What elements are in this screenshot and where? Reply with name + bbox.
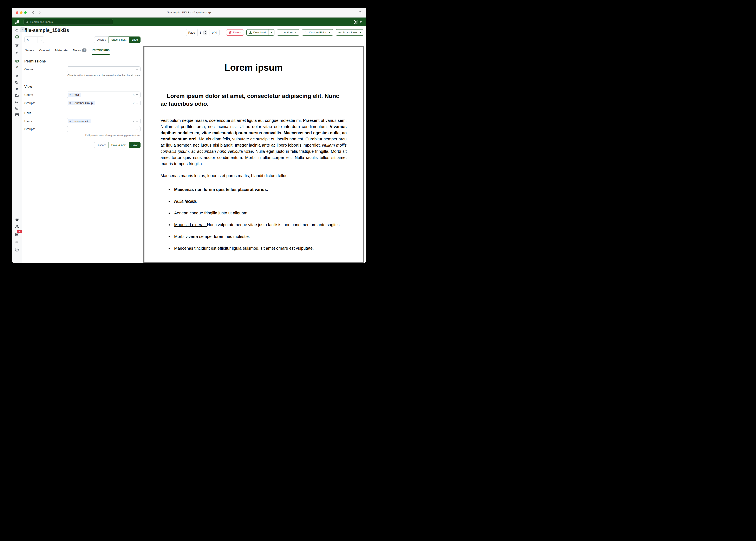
list-item: Maecenas non lorem quis tellus placerat … [172, 187, 347, 193]
users-groups-icon[interactable] [15, 225, 19, 229]
tab-details[interactable]: Details [25, 48, 34, 55]
tab-metadata[interactable]: Metadata [55, 48, 67, 55]
owner-help-text: Objects without an owner can be viewed a… [67, 74, 140, 77]
document-types-folder-icon[interactable] [15, 93, 19, 98]
tasks-icon[interactable]: 16 [15, 233, 19, 237]
trash-icon [229, 31, 232, 34]
asn-hash-icon[interactable]: # [15, 87, 19, 91]
page-label: Page [186, 29, 198, 36]
settings-gear-icon[interactable] [15, 217, 19, 221]
browser-back-icon[interactable] [32, 11, 34, 14]
paperless-logo-icon[interactable] [14, 19, 20, 25]
pdf-paragraph: Maecenas mauris lectus, lobortis et puru… [161, 173, 347, 179]
page-navigation-group: Page of 4 [186, 29, 220, 36]
owner-select[interactable] [67, 66, 141, 72]
document-title: file-sample_150kBs [24, 28, 141, 33]
storage-paths-icon[interactable] [15, 106, 19, 110]
pdf-page: Lorem ipsum Lorem ipsum dolor sit amet, … [144, 47, 363, 263]
download-icon [249, 31, 252, 34]
open-document-icon[interactable] [15, 59, 19, 63]
clear-select-icon[interactable]: ✕ [132, 93, 135, 96]
previous-document-button[interactable]: ← [31, 37, 38, 43]
list-item: Nulla facilisi. [172, 198, 347, 204]
page-number-input[interactable] [200, 31, 202, 34]
view-users-select[interactable]: × test ✕ [67, 92, 141, 98]
logs-icon[interactable] [15, 240, 19, 244]
pdf-paragraph: Vestibulum neque massa, scelerisque sit … [161, 117, 347, 167]
minimize-window-button[interactable] [20, 11, 22, 14]
download-split-button: Download [246, 29, 274, 36]
save-and-next-button[interactable]: Save & next [109, 142, 129, 148]
user-avatar-icon [353, 20, 358, 24]
save-actions-group-bottom: Discard Save & next Save [94, 142, 141, 148]
delete-button[interactable]: Delete [226, 29, 244, 36]
chevron-down-icon [136, 94, 138, 96]
actions-button[interactable]: ⋯ Actions [277, 29, 300, 36]
filter-views-icon[interactable] [15, 50, 19, 54]
documents-icon[interactable] [15, 35, 19, 39]
chevron-down-icon [136, 121, 138, 122]
download-button[interactable]: Download [246, 29, 268, 36]
clear-select-icon[interactable]: ✕ [132, 101, 135, 105]
save-and-next-button[interactable]: Save & next [109, 37, 129, 43]
list-item: Mauris id ex erat. Nunc vulputate neque … [172, 222, 347, 228]
pdf-title: Lorem ipsum [161, 62, 347, 73]
edit-groups-select[interactable] [67, 126, 141, 132]
edit-groups-label: Groups: [24, 127, 67, 131]
clear-select-icon[interactable]: ✕ [132, 120, 135, 123]
tab-permissions[interactable]: Permissions [92, 48, 110, 55]
download-options-button[interactable] [268, 29, 274, 36]
next-document-button[interactable]: → [38, 37, 44, 43]
browser-forward-icon[interactable] [38, 11, 41, 14]
search-icon [26, 21, 28, 24]
document-tabs: Details Content Metadata Notes5 Permissi… [25, 48, 140, 55]
document-nav-group: ✕ ← → [24, 37, 44, 43]
tags-icon[interactable] [15, 81, 19, 85]
chevron-down-icon [295, 32, 297, 33]
zoom-window-button[interactable] [24, 11, 27, 14]
remove-chip-icon[interactable]: × [68, 101, 72, 105]
remove-chip-icon[interactable]: × [68, 93, 72, 97]
filter-views-icon[interactable] [15, 44, 19, 48]
close-document-button[interactable]: ✕ [24, 37, 31, 43]
chevron-down-icon [360, 32, 361, 33]
save-button[interactable]: Save [129, 37, 141, 43]
selected-user-chip: × test [68, 93, 81, 97]
app-navbar [12, 18, 366, 26]
custom-fields-button[interactable]: Custom Fields [302, 29, 333, 36]
tasks-count-badge: 16 [17, 230, 22, 234]
save-button[interactable]: Save [129, 142, 141, 148]
remove-chip-icon[interactable]: × [68, 119, 72, 123]
edit-users-select[interactable]: × username2 ✕ [67, 118, 141, 124]
pdf-heading: Lorem ipsum dolor sit amet, consectetur … [161, 92, 347, 108]
discard-button[interactable]: Discard [94, 142, 109, 148]
close-document-icon[interactable]: ✕ [15, 65, 19, 70]
list-item: Maecenas tincidunt est efficitur ligula … [172, 245, 347, 251]
sidebar-expand-button[interactable]: » [20, 27, 25, 32]
home-icon[interactable] [15, 28, 19, 33]
user-menu[interactable] [353, 20, 362, 24]
list-item: Aenean congue fringilla justo ut aliquam… [172, 210, 347, 216]
view-groups-select[interactable]: × Another Group ✕ [67, 100, 141, 106]
selected-group-chip: × Another Group [68, 101, 95, 105]
chevron-down-icon [136, 69, 138, 70]
discard-button[interactable]: Discard [94, 37, 109, 43]
share-icon[interactable] [358, 11, 362, 14]
search-input[interactable] [30, 20, 111, 24]
chevron-down-icon [271, 32, 272, 33]
custom-fields-icon[interactable] [15, 100, 19, 104]
pdf-bullet-list: Maecenas non lorem quis tellus placerat … [161, 187, 347, 251]
share-links-button[interactable]: Share Links [336, 29, 364, 36]
page-stepper[interactable] [203, 30, 207, 35]
permissions-heading: Permissions [24, 59, 141, 64]
correspondents-icon[interactable] [15, 74, 19, 78]
mail-icon[interactable] [15, 113, 19, 117]
tab-notes[interactable]: Notes5 [73, 48, 86, 55]
help-icon[interactable] [15, 248, 19, 252]
titlebar: file-sample_150kBs - Paperless-ngx [12, 8, 366, 18]
pdf-preview-frame[interactable]: Lorem ipsum Lorem ipsum dolor sit amet, … [143, 46, 364, 263]
notes-count-badge: 5 [82, 48, 86, 52]
close-window-button[interactable] [16, 11, 18, 14]
tab-content[interactable]: Content [39, 48, 50, 55]
sidebar: ✕ # [12, 26, 22, 263]
